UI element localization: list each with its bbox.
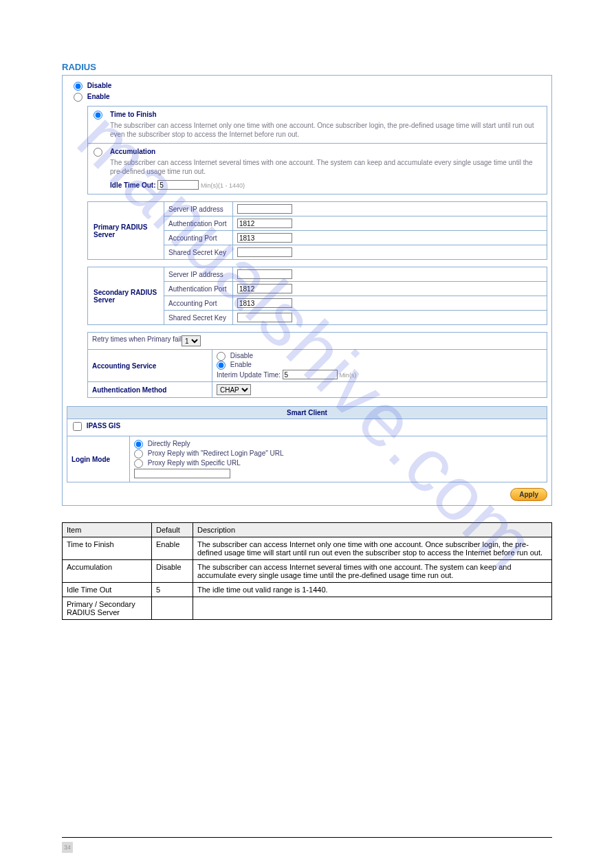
acct-service-label: Accounting Service bbox=[88, 350, 212, 381]
login-mode-label: Login Mode bbox=[67, 436, 129, 482]
acct-service-enable-radio[interactable] bbox=[217, 361, 226, 370]
th-item: Item bbox=[63, 523, 152, 537]
secondary-auth-input[interactable] bbox=[237, 284, 292, 293]
interim-label: Interim Update Time: bbox=[217, 371, 281, 379]
usage-mode-box: Time to Finish The subscriber can access… bbox=[87, 106, 547, 194]
secondary-acct-input[interactable] bbox=[237, 298, 292, 308]
secondary-radius-box: Secondary RADIUS Server Server IP addres… bbox=[87, 267, 547, 325]
td-default bbox=[152, 597, 193, 620]
td-desc bbox=[193, 597, 552, 620]
smart-client-header: Smart Client bbox=[67, 406, 547, 419]
smart-client-body: IPASS GIS bbox=[67, 419, 547, 436]
primary-auth-input[interactable] bbox=[237, 219, 292, 228]
time-to-finish-title: Time to Finish bbox=[110, 111, 541, 118]
time-to-finish-desc: The subscriber can access Internet only … bbox=[110, 121, 541, 139]
auth-method-select[interactable]: CHAP bbox=[217, 384, 251, 395]
primary-acct-label: Accounting Port bbox=[164, 231, 232, 245]
apply-button[interactable]: Apply bbox=[510, 488, 547, 501]
td-desc: The subscriber can access Internet only … bbox=[193, 537, 552, 560]
time-to-finish-radio[interactable] bbox=[94, 111, 102, 120]
acct-service-enable-label: Enable bbox=[230, 361, 252, 368]
secondary-ip-label: Server IP address bbox=[164, 267, 232, 281]
td-desc: The idle time out valid range is 1-1440. bbox=[193, 583, 552, 597]
retry-select[interactable]: 1 bbox=[182, 335, 201, 346]
ipass-gis-label: IPASS GIS bbox=[87, 422, 120, 430]
primary-auth-label: Authentication Port bbox=[164, 216, 232, 230]
login-proxy-redirect-radio[interactable] bbox=[134, 449, 143, 458]
footer-rule bbox=[62, 837, 552, 838]
login-direct-radio[interactable] bbox=[134, 440, 143, 449]
primary-radius-box: Primary RADIUS Server Server IP address … bbox=[87, 201, 547, 260]
auth-method-label: Authentication Method bbox=[88, 382, 212, 397]
primary-secret-input[interactable] bbox=[237, 247, 292, 257]
td-item: Primary / Secondary RADIUS Server bbox=[63, 597, 152, 620]
parameter-table: Item Default Description Time to Finish … bbox=[62, 522, 552, 620]
radius-disable-radio[interactable] bbox=[74, 82, 83, 91]
idle-timeout-label: Idle Time Out: bbox=[110, 181, 156, 189]
primary-secret-label: Shared Secret Key bbox=[164, 245, 232, 259]
td-item: Idle Time Out bbox=[63, 583, 152, 597]
login-direct-label: Directly Reply bbox=[148, 440, 190, 447]
primary-acct-input[interactable] bbox=[237, 233, 292, 243]
secondary-auth-label: Authentication Port bbox=[164, 282, 232, 296]
radius-config-panel: Disable Enable Time to Finish The subscr… bbox=[62, 75, 552, 506]
idle-timeout-input[interactable] bbox=[157, 180, 199, 190]
acct-service-disable-radio[interactable] bbox=[217, 352, 226, 361]
radius-enable-radio[interactable] bbox=[74, 93, 83, 102]
th-description: Description bbox=[193, 523, 552, 537]
radius-enable-label: Enable bbox=[87, 93, 110, 100]
th-default: Default bbox=[152, 523, 193, 537]
login-proxy-specific-radio[interactable] bbox=[134, 459, 143, 468]
td-desc: The subscriber can access Internet sever… bbox=[193, 560, 552, 583]
idle-timeout-note: Min(s)(1 - 1440) bbox=[201, 182, 245, 189]
td-item: Time to Finish bbox=[63, 537, 152, 560]
td-default: Disable bbox=[152, 560, 193, 583]
interim-input[interactable] bbox=[283, 370, 338, 379]
ipass-gis-checkbox[interactable] bbox=[73, 422, 82, 431]
accumulation-radio[interactable] bbox=[94, 148, 102, 157]
primary-ip-input[interactable] bbox=[237, 204, 292, 214]
td-default: 5 bbox=[152, 583, 193, 597]
page-number: 34 bbox=[62, 842, 73, 853]
acct-service-disable-label: Disable bbox=[230, 352, 253, 359]
secondary-radius-title: Secondary RADIUS Server bbox=[88, 267, 164, 324]
interim-unit: Min(s) bbox=[339, 372, 356, 379]
login-proxy-specific-label: Proxy Reply with Specific URL bbox=[148, 459, 241, 467]
login-mode-box: Login Mode Directly Reply Proxy Reply wi… bbox=[67, 436, 547, 482]
secondary-ip-input[interactable] bbox=[237, 269, 292, 279]
td-item: Accumulation bbox=[63, 560, 152, 583]
primary-ip-label: Server IP address bbox=[164, 202, 232, 216]
radius-disable-label: Disable bbox=[87, 82, 112, 89]
login-url-input[interactable] bbox=[134, 469, 230, 478]
login-proxy-redirect-label: Proxy Reply with "Redirect Login Page" U… bbox=[148, 449, 284, 457]
secondary-secret-input[interactable] bbox=[237, 313, 292, 322]
secondary-secret-label: Shared Secret Key bbox=[164, 311, 232, 324]
retry-label: Retry times when Primary fail bbox=[92, 335, 182, 346]
radius-options-box: Retry times when Primary fail 1 Accounti… bbox=[87, 332, 547, 398]
primary-radius-title: Primary RADIUS Server bbox=[88, 202, 164, 259]
accumulation-desc: The subscriber can access Internet sever… bbox=[110, 158, 541, 176]
td-default: Enable bbox=[152, 537, 193, 560]
secondary-acct-label: Accounting Port bbox=[164, 296, 232, 310]
accumulation-title: Accumulation bbox=[110, 148, 541, 155]
page-title: RADIUS bbox=[62, 62, 552, 72]
